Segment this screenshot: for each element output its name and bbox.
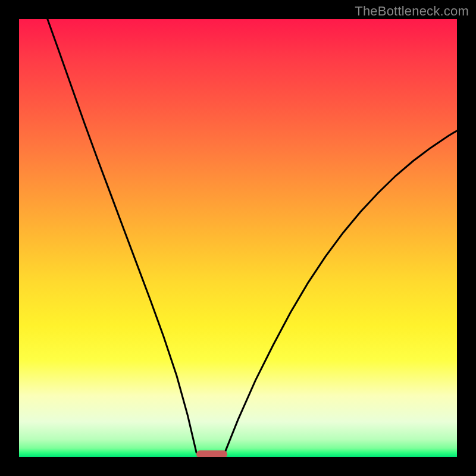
watermark-text: TheBottleneck.com	[355, 4, 469, 19]
chart-frame: TheBottleneck.com	[0, 0, 476, 476]
curve-left-branch	[48, 19, 196, 453]
optimal-range-marker	[196, 450, 227, 457]
curve-right-branch	[225, 131, 457, 453]
plot-area	[19, 19, 457, 457]
bottleneck-curve	[19, 19, 457, 457]
